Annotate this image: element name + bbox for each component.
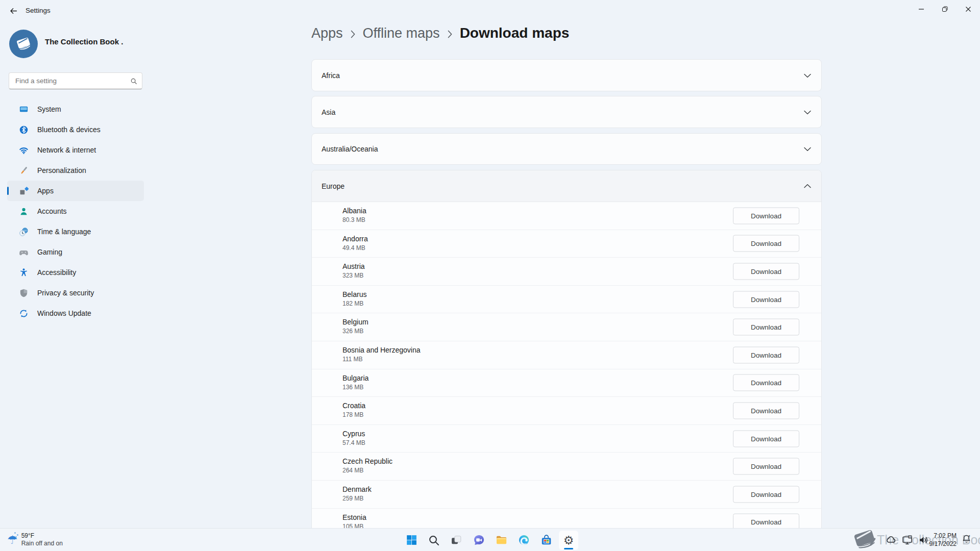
sidebar-item-accessibility[interactable]: Accessibility xyxy=(7,262,144,283)
search-input[interactable] xyxy=(9,77,129,85)
country-name: Estonia xyxy=(342,513,366,521)
sidebar-item-label: Gaming xyxy=(37,248,62,256)
sidebar-item-label: Accessibility xyxy=(37,268,76,277)
download-button[interactable]: Download xyxy=(733,263,799,280)
sidebar-item-bluetooth-devices[interactable]: Bluetooth & devices xyxy=(7,119,144,140)
accessibility-icon xyxy=(19,268,29,278)
sidebar-item-label: System xyxy=(37,105,61,113)
sidebar-item-apps[interactable]: Apps xyxy=(7,181,144,201)
sidebar-item-time-language[interactable]: Time & language xyxy=(7,221,144,242)
task-view-button[interactable] xyxy=(447,531,466,550)
page-title: Download maps xyxy=(460,25,570,41)
section-europe-header[interactable]: Europe xyxy=(312,170,821,202)
shield-icon xyxy=(19,288,29,298)
country-row: Belarus 182 MB Download xyxy=(312,286,821,314)
store-button[interactable] xyxy=(536,531,556,550)
clock-globe-icon xyxy=(19,227,29,237)
section-australia-oceania[interactable]: Australia/Oceania xyxy=(311,133,822,165)
country-size: 57.4 MB xyxy=(342,439,365,446)
section-label: Australia/Oceania xyxy=(322,145,378,153)
country-row: Denmark 259 MB Download xyxy=(312,481,821,509)
country-size: 111 MB xyxy=(342,356,363,363)
restore-button[interactable] xyxy=(933,0,957,18)
country-name: Albania xyxy=(342,207,366,215)
sidebar-item-windows-update[interactable]: Windows Update xyxy=(7,303,144,323)
sidebar: The Collection Book . System Bluetooth &… xyxy=(0,20,153,528)
country-name: Croatia xyxy=(342,402,365,410)
sidebar-item-privacy-security[interactable]: Privacy & security xyxy=(7,283,144,303)
country-name: Austria xyxy=(342,262,365,270)
sidebar-item-gaming[interactable]: Gaming xyxy=(7,242,144,262)
section-africa[interactable]: Africa xyxy=(311,59,822,91)
tray-icons: 8 xyxy=(885,529,930,551)
chevron-right-icon xyxy=(448,30,452,38)
close-button[interactable] xyxy=(957,0,980,18)
country-row: Croatia 178 MB Download xyxy=(312,397,821,425)
country-row: Czech Republic 264 MB Download xyxy=(312,453,821,481)
gamepad-icon xyxy=(19,247,29,257)
volume-icon[interactable] xyxy=(917,534,930,546)
download-button[interactable]: Download xyxy=(733,486,799,503)
weather-widget[interactable]: ☂ 59°F Rain off and on xyxy=(7,530,63,549)
download-button[interactable]: Download xyxy=(733,319,799,336)
sidebar-item-personalization[interactable]: Personalization xyxy=(7,160,144,181)
download-button[interactable]: Download xyxy=(733,402,799,419)
section-label: Asia xyxy=(322,108,335,116)
brush-icon xyxy=(19,166,29,176)
search-button[interactable] xyxy=(424,531,444,550)
display-language-tray-icon[interactable]: 8 xyxy=(901,534,914,546)
section-europe: Europe Albania 80.3 MB Download Andorra … xyxy=(311,170,822,536)
start-button[interactable] xyxy=(402,531,421,550)
onedrive-cloud-icon[interactable] xyxy=(885,534,897,546)
weather-temp: 59°F xyxy=(21,532,63,540)
notification-bell-button[interactable]: z xyxy=(961,534,972,546)
sidebar-item-label: Time & language xyxy=(37,228,91,236)
task-view-icon xyxy=(450,534,462,546)
sidebar-item-label: Network & internet xyxy=(37,146,96,154)
gear-icon: ⚙ xyxy=(564,534,574,547)
download-button[interactable]: Download xyxy=(733,207,799,224)
country-name: Belgium xyxy=(342,318,369,326)
download-button[interactable]: Download xyxy=(733,458,799,475)
country-row: Bulgaria 136 MB Download xyxy=(312,369,821,397)
country-name: Bulgaria xyxy=(342,374,369,382)
sidebar-item-label: Accounts xyxy=(37,207,67,215)
country-row: Albania 80.3 MB Download xyxy=(312,202,821,230)
country-size: 49.4 MB xyxy=(342,244,365,252)
country-row: Belgium 326 MB Download xyxy=(312,313,821,341)
download-button[interactable]: Download xyxy=(733,374,799,391)
breadcrumb-offline-maps[interactable]: Offline maps xyxy=(363,26,440,41)
avatar xyxy=(9,30,38,58)
download-button[interactable]: Download xyxy=(733,235,799,252)
folder-icon xyxy=(495,534,508,546)
download-button[interactable]: Download xyxy=(733,346,799,363)
sidebar-item-network-internet[interactable]: Network & internet xyxy=(7,140,144,160)
weather-condition: Rain off and on xyxy=(21,540,63,547)
country-name: Belarus xyxy=(342,290,366,298)
edge-button[interactable] xyxy=(514,531,533,550)
window-controls xyxy=(910,0,980,18)
breadcrumb-apps[interactable]: Apps xyxy=(311,26,343,41)
chat-button[interactable] xyxy=(469,531,488,550)
country-size: 136 MB xyxy=(342,384,363,391)
clock[interactable]: 7:02 PM 9/17/2022 xyxy=(929,532,957,548)
person-icon xyxy=(19,207,29,216)
breadcrumb: Apps Offline maps Download maps xyxy=(311,22,569,44)
svg-text:z: z xyxy=(969,534,970,537)
section-asia[interactable]: Asia xyxy=(311,96,822,128)
titlebar: Settings xyxy=(0,0,980,20)
back-button[interactable] xyxy=(5,4,21,17)
sidebar-item-accounts[interactable]: Accounts xyxy=(7,201,144,221)
minimize-button[interactable] xyxy=(910,0,933,18)
chevron-right-icon xyxy=(351,30,355,38)
download-button[interactable]: Download xyxy=(733,291,799,308)
sidebar-item-system[interactable]: System xyxy=(7,99,144,119)
download-button[interactable]: Download xyxy=(733,430,799,447)
file-explorer-button[interactable] xyxy=(492,531,511,550)
settings-taskbar-button[interactable]: ⚙ xyxy=(559,531,578,550)
update-icon xyxy=(19,309,29,318)
country-row: Cyprus 57.4 MB Download xyxy=(312,425,821,453)
country-name: Cyprus xyxy=(342,430,365,438)
sidebar-item-label: Apps xyxy=(37,187,54,195)
search-box[interactable] xyxy=(9,72,142,89)
